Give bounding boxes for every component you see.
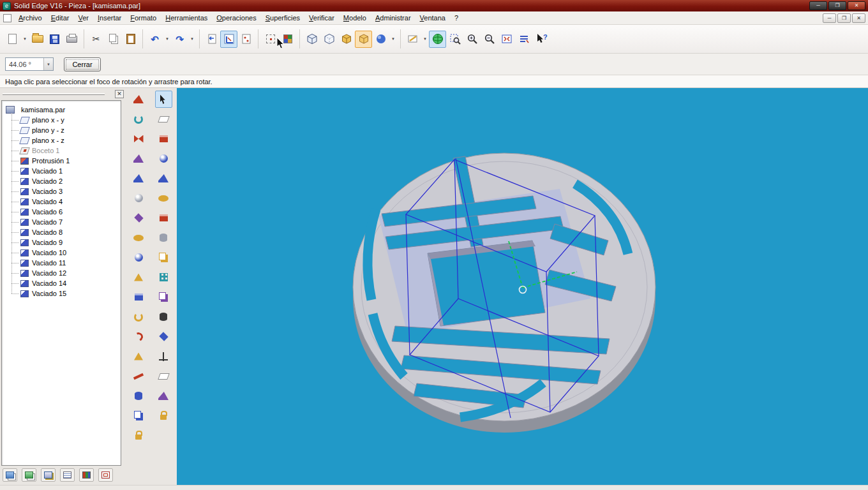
tree-item-vaciado-2[interactable]: Vaciado 2 bbox=[3, 176, 119, 186]
tree-item-vaciado-6[interactable]: Vaciado 6 bbox=[3, 207, 119, 217]
undo-icon[interactable]: ↶ bbox=[146, 31, 163, 48]
construction-display-icon[interactable] bbox=[155, 387, 172, 405]
tree-item-vaciado-8[interactable]: Vaciado 8 bbox=[3, 227, 119, 237]
rotation-angle-combo[interactable]: 44.06 ° ▼ bbox=[5, 57, 54, 71]
tree-item-vaciado-12[interactable]: Vaciado 12 bbox=[3, 268, 119, 278]
viewport-canvas[interactable] bbox=[177, 88, 868, 485]
combo-dropdown-icon[interactable]: ▼ bbox=[43, 58, 53, 70]
zoom-area-icon[interactable] bbox=[446, 31, 463, 48]
snap-points-icon[interactable] bbox=[237, 31, 255, 48]
hole-feature-icon[interactable] bbox=[155, 170, 172, 187]
menu-insertar[interactable]: Insertar bbox=[93, 12, 126, 24]
chamfer-feature-icon[interactable] bbox=[155, 209, 172, 226]
save-icon[interactable] bbox=[46, 31, 63, 48]
slot-icon[interactable] bbox=[155, 249, 172, 266]
tree-item-vaciado-3[interactable]: Vaciado 3 bbox=[3, 186, 119, 197]
revolved-cutout-icon[interactable] bbox=[130, 150, 147, 167]
menu-ventana[interactable]: Ventana bbox=[415, 12, 450, 24]
vent-icon[interactable] bbox=[130, 348, 147, 365]
view-orientation-icon[interactable] bbox=[220, 31, 237, 48]
mdi-minimize-button[interactable]: ─ bbox=[823, 13, 836, 23]
sheets-setup-icon[interactable] bbox=[404, 31, 421, 48]
layers-tab-icon[interactable] bbox=[60, 468, 75, 482]
menu-formato[interactable]: Formato bbox=[126, 12, 161, 24]
rotate-view-icon[interactable] bbox=[429, 31, 446, 48]
help-pointer-icon[interactable]: ? bbox=[532, 31, 550, 48]
hidden-edges-icon[interactable] bbox=[320, 31, 338, 48]
cutout-icon[interactable] bbox=[130, 130, 147, 147]
minimize-button[interactable]: ─ bbox=[809, 1, 827, 10]
visible-edges-icon[interactable] bbox=[303, 31, 320, 48]
menu-editar[interactable]: Editar bbox=[47, 12, 74, 24]
shaded-view-icon[interactable] bbox=[355, 31, 372, 48]
feature-pathfinder-tab-icon[interactable] bbox=[3, 468, 17, 482]
zoom-in-icon[interactable] bbox=[463, 31, 481, 48]
tree-item-plano-xz[interactable]: plano x - z bbox=[3, 135, 119, 145]
mirror-copy-icon[interactable] bbox=[130, 407, 147, 424]
round-icon[interactable] bbox=[130, 229, 147, 246]
sketch-icon[interactable] bbox=[155, 110, 172, 128]
menu-verificar[interactable]: Verificar bbox=[304, 12, 339, 24]
round-feature-icon[interactable] bbox=[155, 189, 172, 207]
shading-mode-dropdown[interactable]: ▼ bbox=[389, 31, 397, 48]
tree-item-vaciado-7[interactable]: Vaciado 7 bbox=[3, 217, 119, 227]
tree-item-vaciado-15[interactable]: Vaciado 15 bbox=[3, 288, 119, 299]
copy-icon[interactable] bbox=[105, 31, 122, 48]
paste-icon[interactable] bbox=[122, 31, 139, 48]
hole-icon[interactable] bbox=[130, 209, 147, 226]
tree-item-vaciado-4[interactable]: Vaciado 4 bbox=[3, 197, 119, 207]
redo-dropdown[interactable]: ▼ bbox=[188, 31, 196, 48]
tree-item-plano-xy[interactable]: plano x - y bbox=[3, 115, 119, 125]
info-tab-icon[interactable] bbox=[98, 468, 113, 482]
tree-item-vaciado-9[interactable]: Vaciado 9 bbox=[3, 237, 119, 248]
tree-item-boceto-1[interactable]: Boceto 1 bbox=[3, 145, 119, 156]
mdi-restore-button[interactable]: ❐ bbox=[837, 13, 851, 23]
material-table-icon[interactable] bbox=[155, 308, 172, 325]
goto-page-icon[interactable] bbox=[203, 31, 220, 48]
menu-operaciones[interactable]: Operaciones bbox=[212, 12, 260, 24]
common-views-icon[interactable] bbox=[515, 31, 532, 48]
cutout-feature-icon[interactable] bbox=[155, 150, 172, 167]
thinwall-icon[interactable] bbox=[130, 288, 147, 306]
menu-archivo[interactable]: Archivo bbox=[14, 12, 47, 24]
menu-administrar[interactable]: Administrar bbox=[371, 12, 415, 24]
zoom-out-icon[interactable] bbox=[481, 31, 498, 48]
menu-modelo[interactable]: Modelo bbox=[339, 12, 371, 24]
cut-icon[interactable]: ✂ bbox=[87, 31, 105, 48]
sphere-icon[interactable] bbox=[130, 189, 147, 207]
tree-item-plano-yz[interactable]: plano y - z bbox=[3, 125, 119, 135]
panel-grip[interactable] bbox=[3, 93, 105, 95]
part-painter-icon[interactable] bbox=[338, 31, 355, 48]
tree-item-vaciado-1[interactable]: Vaciado 1 bbox=[3, 166, 119, 176]
redo-icon[interactable]: ↷ bbox=[171, 31, 188, 48]
document-icon[interactable] bbox=[3, 14, 11, 22]
draft-angle-icon[interactable] bbox=[130, 269, 147, 286]
swept-protrusion-icon[interactable] bbox=[130, 170, 147, 187]
pattern-feature-icon[interactable] bbox=[155, 269, 172, 286]
chamfer-icon[interactable] bbox=[130, 249, 147, 266]
part-copy-icon[interactable] bbox=[130, 427, 147, 444]
grid-options-icon[interactable] bbox=[262, 31, 279, 48]
web-network-icon[interactable] bbox=[130, 328, 147, 345]
feature-lock-icon[interactable] bbox=[155, 407, 172, 424]
feature-library-tab-icon[interactable] bbox=[22, 468, 36, 482]
close-button[interactable]: ✕ bbox=[848, 1, 865, 10]
fit-view-icon[interactable] bbox=[498, 31, 515, 48]
mounting-boss-icon[interactable] bbox=[130, 368, 147, 385]
new-document-icon[interactable] bbox=[4, 31, 21, 48]
print-icon[interactable] bbox=[63, 31, 80, 48]
physical-properties-icon[interactable] bbox=[155, 328, 172, 345]
new-document-dropdown[interactable]: ▼ bbox=[21, 31, 29, 48]
cerrar-button[interactable]: Cerrar bbox=[64, 57, 101, 71]
tree-item-vaciado-11[interactable]: Vaciado 11 bbox=[3, 258, 119, 268]
rib-icon[interactable] bbox=[130, 308, 147, 325]
menu-herramientas[interactable]: Herramientas bbox=[161, 12, 212, 24]
color-manager-icon[interactable] bbox=[279, 31, 296, 48]
protrusion-feature-icon[interactable] bbox=[155, 130, 172, 147]
shading-mode-icon[interactable] bbox=[372, 31, 389, 48]
tree-root[interactable]: kamisama.par bbox=[3, 105, 119, 115]
part-model[interactable] bbox=[353, 153, 655, 433]
family-of-parts-tab-icon[interactable] bbox=[41, 468, 56, 482]
open-icon[interactable] bbox=[29, 31, 46, 48]
menu-superficies[interactable]: Superficies bbox=[261, 12, 304, 24]
